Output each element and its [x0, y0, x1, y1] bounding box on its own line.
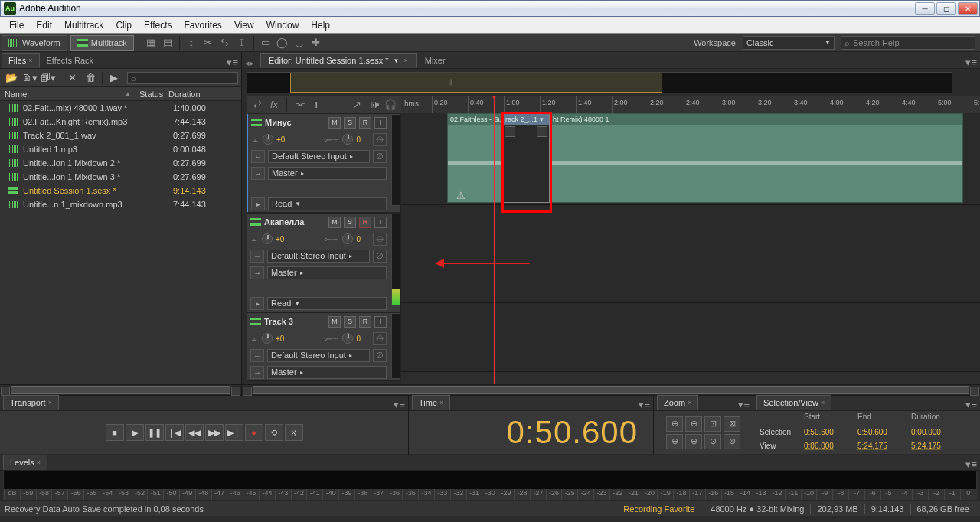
- tab-nav-arrows[interactable]: ◂▸: [242, 58, 260, 68]
- metronome-icon[interactable]: 🕪: [367, 98, 381, 112]
- menu-favorites[interactable]: Favorites: [178, 18, 228, 32]
- workspace-dropdown[interactable]: Classic ▼: [743, 36, 835, 50]
- output-arrow-button[interactable]: →: [250, 266, 264, 279]
- solo-button[interactable]: S: [344, 316, 356, 328]
- file-row[interactable]: 02.Fait...Knight Remix).mp3 7:44.143: [0, 115, 241, 129]
- menu-file[interactable]: File: [3, 18, 30, 32]
- file-row[interactable]: Untitled 1.mp3 0:00.048: [0, 142, 241, 156]
- waveform-mode-button[interactable]: Waveform: [2, 35, 67, 51]
- monitor-icon[interactable]: 🎧: [384, 98, 397, 112]
- file-row[interactable]: Untitled Session 1.sesx * 9:14.143: [0, 184, 241, 197]
- track-name[interactable]: Track 3: [264, 317, 325, 326]
- lasso-tool-icon[interactable]: ◯: [275, 36, 290, 50]
- input-route-icon[interactable]: ∅: [373, 349, 387, 362]
- menu-view[interactable]: View: [228, 18, 260, 32]
- column-status-header[interactable]: Status: [136, 87, 165, 100]
- file-row[interactable]: Untitle...ion 1 Mixdown 2 * 0:27.699: [0, 156, 241, 170]
- phase-icon[interactable]: ⦵: [373, 233, 387, 246]
- automation-mode-dropdown[interactable]: Read▼: [268, 197, 387, 210]
- search-help-input[interactable]: ⌕ Search Help: [841, 36, 975, 50]
- monitor-input-button[interactable]: I: [374, 217, 387, 228]
- zoom-out-v-button[interactable]: ⊖: [685, 434, 702, 449]
- sv-selection-start[interactable]: 0:50.600: [804, 428, 858, 436]
- levels-tab[interactable]: Levels×: [3, 455, 47, 470]
- play-button[interactable]: ▶: [126, 424, 144, 441]
- marquee-tool-icon[interactable]: ▭: [258, 36, 273, 50]
- output-dropdown[interactable]: Master▸: [267, 366, 387, 379]
- track-header[interactable]: Акапелла M S R I ⫠ +0 ⟜⊣ 0 ⦵ ← Default S…: [247, 213, 401, 312]
- close-tab-icon[interactable]: ×: [688, 399, 691, 406]
- panel-menu-icon[interactable]: ▾≡: [965, 458, 977, 470]
- panel-menu-icon[interactable]: ▾≡: [965, 399, 977, 410]
- track-lane[interactable]: [401, 303, 980, 372]
- stop-button[interactable]: ■: [106, 424, 124, 441]
- razor-tool-icon[interactable]: ✂: [201, 36, 216, 50]
- automation-mode-dropdown[interactable]: Read▼: [267, 297, 387, 310]
- window-close-button[interactable]: ✕: [958, 2, 978, 15]
- menu-effects[interactable]: Effects: [138, 18, 178, 32]
- record-arm-button[interactable]: R: [359, 316, 371, 328]
- audio-clip[interactable]: ht Remix) 48000 1: [550, 113, 963, 203]
- output-arrow-button[interactable]: →: [251, 167, 265, 180]
- volume-knob[interactable]: [262, 233, 273, 244]
- zoom-out-full-button[interactable]: ⊡: [704, 416, 721, 432]
- horizontal-scrollbar[interactable]: [0, 384, 241, 395]
- volume-value[interactable]: +0: [276, 334, 284, 343]
- menu-window[interactable]: Window: [260, 18, 305, 32]
- time-selection-tool-icon[interactable]: 𝙸: [234, 36, 250, 50]
- record-arm-button[interactable]: R: [359, 117, 371, 129]
- skip-selection-button[interactable]: ⤭: [285, 424, 303, 441]
- fx-toggle-icon[interactable]: fx: [267, 98, 281, 112]
- file-row[interactable]: Untitle...n 1_mixdown.mp3 7:44.143: [0, 197, 241, 211]
- close-tab-icon[interactable]: ×: [403, 57, 407, 64]
- overview-handle-icon[interactable]: ⦀: [449, 77, 453, 87]
- files-tab[interactable]: Files ×: [2, 53, 40, 68]
- solo-button[interactable]: S: [344, 117, 356, 129]
- zoom-in-v-button[interactable]: ⊕: [666, 434, 683, 449]
- overview-playhead-icon[interactable]: [309, 73, 309, 93]
- panel-menu-icon[interactable]: ▾≡: [639, 399, 650, 410]
- mute-button[interactable]: M: [328, 117, 341, 129]
- input-dropdown[interactable]: Default Stereo Input▸: [267, 250, 370, 263]
- automation-expand-button[interactable]: ▸: [251, 197, 265, 210]
- pan-knob[interactable]: [342, 233, 353, 244]
- menu-help[interactable]: Help: [305, 18, 336, 32]
- record-button[interactable]: ●: [245, 424, 263, 441]
- selection-view-tab[interactable]: Selection/View×: [756, 395, 831, 410]
- status-recording-favorite[interactable]: Recording Favorite: [623, 504, 694, 514]
- input-arrow-button[interactable]: ←: [250, 349, 264, 362]
- close-tab-icon[interactable]: ×: [439, 399, 443, 406]
- healing-tool-icon[interactable]: ✚: [309, 36, 324, 50]
- solo-button[interactable]: S: [344, 217, 356, 228]
- volume-knob[interactable]: [263, 134, 273, 145]
- file-row[interactable]: Untitle...ion 1 Mixdown 3 * 0:27.699: [0, 170, 241, 184]
- pan-value[interactable]: 0: [356, 334, 361, 343]
- send-view-icon[interactable]: ↗: [350, 98, 364, 112]
- dropdown-arrow-icon[interactable]: ▼: [394, 57, 400, 64]
- mixer-tab[interactable]: Mixer: [416, 53, 454, 68]
- time-ruler[interactable]: hms 0:200:401:001:201:402:002:202:403:00…: [401, 96, 980, 113]
- input-dropdown[interactable]: Default Stereo Input▸: [267, 349, 370, 362]
- close-tab-icon[interactable]: ×: [48, 399, 52, 406]
- zoom-tab[interactable]: Zoom×: [657, 395, 698, 410]
- zoom-selection-button[interactable]: ⊠: [724, 416, 740, 432]
- editor-tab[interactable]: Editor: Untitled Session 1.sesx * ▼ ×: [260, 53, 416, 68]
- output-arrow-button[interactable]: →: [250, 366, 264, 379]
- phase-icon[interactable]: ⦵: [373, 133, 387, 146]
- panel-menu-icon[interactable]: ▾≡: [965, 57, 977, 68]
- file-row[interactable]: Track 2_001_1.wav 0:27.699: [0, 129, 241, 142]
- play-preview-button[interactable]: ▶: [106, 71, 122, 85]
- volume-knob[interactable]: [262, 333, 273, 344]
- file-list[interactable]: 02.Fait...mix) 48000 1.wav * 1:40.000 02…: [0, 101, 241, 384]
- automation-expand-button[interactable]: ▸: [250, 297, 264, 310]
- pause-button[interactable]: ❚❚: [145, 424, 164, 441]
- zoom-out-point-button[interactable]: ⊚: [724, 434, 740, 449]
- sv-view-start[interactable]: 0:00.000: [804, 442, 858, 450]
- fast-forward-button[interactable]: ▶▶: [205, 424, 224, 441]
- panel-menu-icon[interactable]: ▾≡: [227, 57, 238, 68]
- track-lane[interactable]: 02.Faithless - Sun rack 2_...1 ▾ ht Remi…: [401, 113, 980, 205]
- close-tab-icon[interactable]: ×: [37, 458, 41, 466]
- close-tab-icon[interactable]: ×: [28, 57, 32, 64]
- input-arrow-button[interactable]: ←: [251, 150, 265, 163]
- brush-tool-icon[interactable]: ◡: [292, 36, 307, 50]
